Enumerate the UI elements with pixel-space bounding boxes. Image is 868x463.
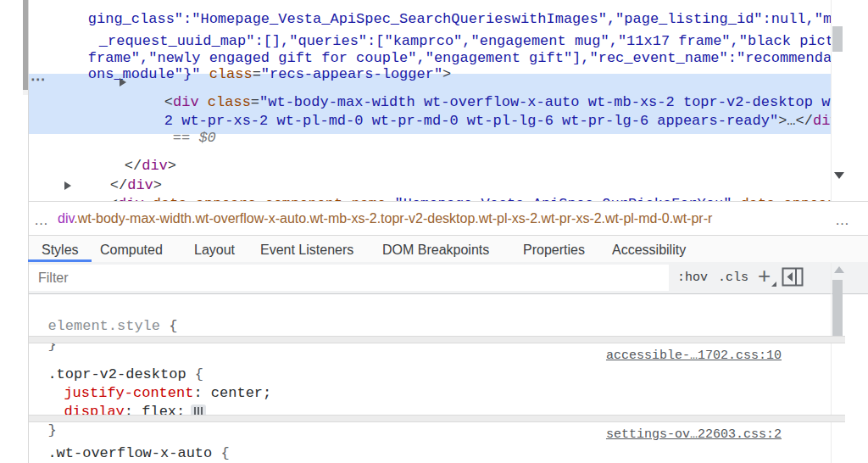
stylesheet-link[interactable]: settings-ov…22603.css:2	[606, 426, 782, 444]
console-var-hint: == $0	[173, 130, 216, 146]
css-declaration[interactable]: overflow-x: auto !important;	[29, 444, 849, 463]
styles-scrollbar-thumb[interactable]	[832, 280, 843, 340]
elements-tree-pane: ⋯ ging_class":"Homepage_Vesta_ApiSpec_Se…	[29, 0, 831, 201]
tab-computed[interactable]: Computed	[100, 242, 163, 259]
tab-accessibility[interactable]: Accessibility	[612, 242, 686, 259]
breadcrumb-classes-text: .wt-body-max-width.wt-overflow-x-auto.wt…	[74, 211, 712, 226]
attr-value-text: 2 wt-pr-xs-2 wt-pl-md-0 wt-pr-md-0 wt-pl…	[164, 113, 778, 129]
expand-arrow-icon[interactable]	[120, 78, 126, 86]
punctuation-text: >…</	[778, 113, 813, 129]
breadcrumb-overflow-right[interactable]: …	[835, 213, 850, 228]
toggle-hover-state-button[interactable]: :hov	[677, 270, 708, 287]
section-divider	[29, 415, 845, 422]
filter-input[interactable]	[29, 265, 669, 291]
new-style-rule-icon[interactable]: +	[758, 265, 771, 286]
styles-filter-bar: :hov .cls +	[29, 262, 868, 294]
tab-properties[interactable]: Properties	[523, 242, 585, 259]
expand-arrow-icon[interactable]	[64, 181, 71, 190]
tab-layout[interactable]: Layout	[194, 242, 235, 259]
tab-event-listeners[interactable]: Event Listeners	[260, 242, 353, 259]
scrollbar-border	[831, 263, 832, 463]
breadcrumb-overflow-left[interactable]: …	[34, 213, 49, 228]
tab-dom-breakpoints[interactable]: DOM Breakpoints	[382, 242, 489, 259]
sidebar-tabs-bar: Styles Computed Layout Event Listeners D…	[29, 236, 868, 262]
punctuation-text: >	[168, 158, 176, 174]
breadcrumb: … div.wt-body-max-width.wt-overflow-x-au…	[29, 202, 868, 235]
toggle-class-button[interactable]: .cls	[718, 270, 748, 287]
new-style-rule-dropdown-icon[interactable]	[771, 282, 776, 287]
scroll-down-icon[interactable]	[834, 172, 844, 179]
breadcrumb-selected-node[interactable]: div.wt-body-max-width.wt-overflow-x-auto…	[58, 210, 712, 227]
breadcrumb-tag-text: div	[58, 211, 74, 226]
elements-scrollbar-thumb[interactable]	[832, 26, 843, 52]
toggle-sidebar-icon[interactable]	[782, 267, 804, 287]
section-divider	[29, 336, 845, 343]
scroll-up-icon[interactable]	[834, 266, 844, 273]
dom-line-selected[interactable]: 2 wt-pr-xs-2 wt-pl-md-0 wt-pr-md-0 wt-pl…	[130, 95, 831, 147]
tab-styles[interactable]: Styles	[42, 242, 79, 259]
node-overflow-menu-icon[interactable]: ⋯	[31, 71, 46, 88]
tag-name-text: div	[813, 113, 831, 129]
scrollbar-border	[831, 0, 832, 201]
dom-line[interactable]: <div data-appears-component-name="Homepa…	[75, 179, 831, 201]
stylesheet-link[interactable]: accessible-…1702.css:10	[606, 347, 782, 365]
